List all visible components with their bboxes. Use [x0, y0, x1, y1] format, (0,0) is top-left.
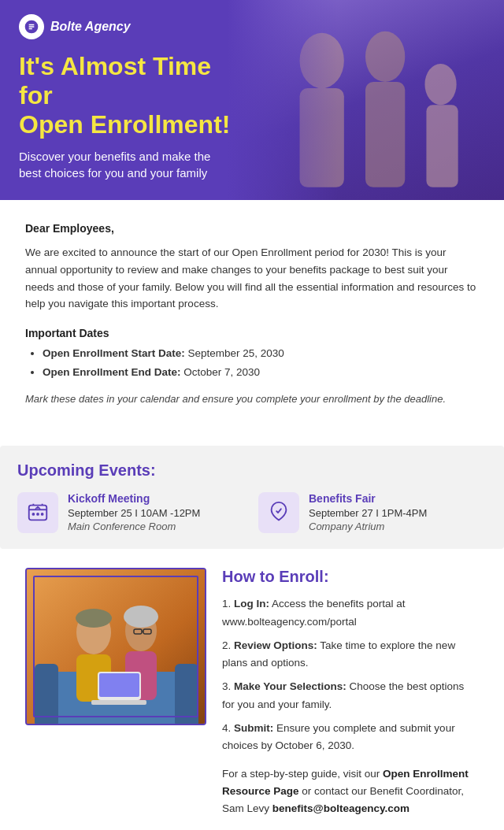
events-grid: Kickoff Meeting September 25 I 10AM -12P… — [17, 492, 487, 533]
kickoff-icon — [17, 492, 58, 533]
step-4: 4. Submit: Ensure you complete and submi… — [222, 720, 479, 755]
svg-rect-26 — [91, 700, 146, 705]
svg-point-10 — [36, 513, 39, 516]
step-3: 3. Make Your Selections: Choose the best… — [222, 678, 479, 713]
kickoff-name: Kickoff Meeting — [68, 492, 200, 505]
svg-point-11 — [41, 513, 44, 516]
enroll-image — [25, 568, 206, 725]
logo-row: Bolte Agency — [19, 14, 485, 39]
email-wrapper: Bolte Agency It's Almost Time for Open E… — [0, 0, 504, 830]
logo-icon — [19, 14, 44, 39]
enroll-email: benefits@bolteagency.com — [272, 802, 410, 814]
step-1: 1. Log In: Access the benefits portal at… — [222, 595, 479, 631]
benefits-fair-date: September 27 I 1PM-4PM — [309, 507, 427, 519]
date-item-2: Open Enrollment End Date: October 7, 203… — [43, 363, 479, 382]
svg-rect-18 — [35, 664, 58, 725]
header-section: Bolte Agency It's Almost Time for Open E… — [0, 0, 504, 200]
enroll-right: How to Enroll: 1. Log In: Access the ben… — [222, 568, 479, 817]
svg-rect-25 — [99, 673, 139, 697]
event-card-benefits-fair: Benefits Fair September 27 I 1PM-4PM Com… — [258, 492, 487, 533]
kickoff-info: Kickoff Meeting September 25 I 10AM -12P… — [68, 492, 200, 532]
events-section: Upcoming Events: — [0, 446, 504, 549]
logo-text: Bolte Agency — [50, 20, 131, 34]
enroll-wrapper: How to Enroll: 1. Log In: Access the ben… — [0, 568, 504, 817]
event-card-kickoff: Kickoff Meeting September 25 I 10AM -12P… — [17, 492, 246, 533]
kickoff-date: September 25 I 10AM -12PM — [68, 507, 200, 519]
italic-note: Mark these dates in your calendar and en… — [25, 393, 479, 405]
enroll-extra: For a step-by-step guide, visit our Open… — [222, 765, 479, 817]
svg-point-9 — [32, 513, 35, 516]
benefits-fair-name: Benefits Fair — [309, 492, 427, 505]
enroll-title: How to Enroll: — [222, 568, 479, 586]
greeting: Dear Employees, — [25, 222, 479, 235]
intro-paragraph: We are excited to announce the start of … — [25, 244, 479, 312]
important-dates-title: Important Dates — [25, 327, 479, 339]
events-title: Upcoming Events: — [17, 461, 487, 480]
step-2: 2. Review Options: Take time to explore … — [222, 637, 479, 673]
header-subtitle: Discover your benefits and make the best… — [19, 148, 232, 181]
enroll-steps: 1. Log In: Access the benefits portal at… — [222, 595, 479, 754]
svg-rect-19 — [175, 664, 198, 725]
important-dates-section: Important Dates Open Enrollment Start Da… — [25, 327, 479, 383]
svg-point-27 — [124, 606, 158, 628]
svg-point-28 — [76, 609, 112, 628]
kickoff-location: Main Conference Room — [68, 521, 200, 532]
benefits-fair-icon — [258, 492, 299, 533]
date-item-1: Open Enrollment Start Date: September 25… — [43, 344, 479, 363]
header-title: It's Almost Time for Open Enrollment! — [19, 52, 247, 139]
benefits-fair-info: Benefits Fair September 27 I 1PM-4PM Com… — [309, 492, 427, 532]
header-content: Bolte Agency It's Almost Time for Open E… — [19, 14, 485, 181]
dates-list: Open Enrollment Start Date: September 25… — [25, 344, 479, 383]
body-content: Dear Employees, We are excited to announ… — [0, 200, 504, 427]
enroll-section: How to Enroll: 1. Log In: Access the ben… — [25, 568, 479, 817]
benefits-fair-location: Company Atrium — [309, 521, 427, 532]
